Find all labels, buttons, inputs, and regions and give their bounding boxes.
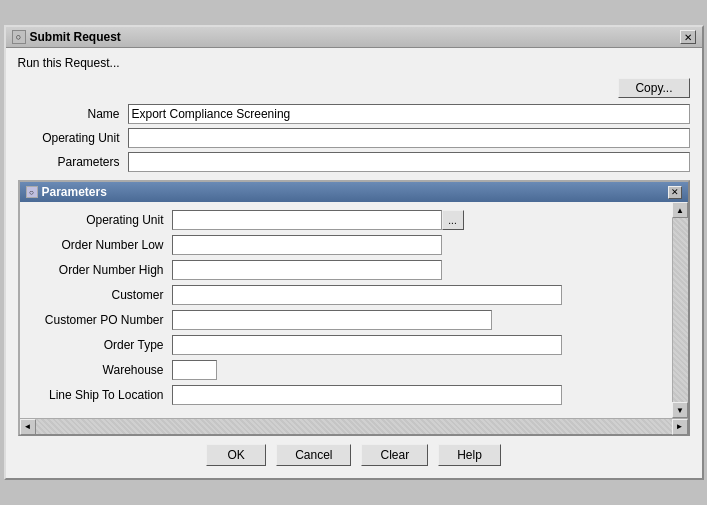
param-label-1: Order Number Low xyxy=(32,238,172,252)
param-input-customer[interactable] xyxy=(172,285,562,305)
submit-request-window: ○ Submit Request ✕ Run this Request... C… xyxy=(4,25,704,480)
operating-unit-label: Operating Unit xyxy=(18,131,128,145)
help-button[interactable]: Help xyxy=(438,444,501,466)
scroll-down-button[interactable]: ▼ xyxy=(672,402,688,418)
scroll-left-button[interactable]: ◄ xyxy=(20,419,36,435)
operating-unit-field: ... xyxy=(172,210,464,230)
param-input-order-high[interactable] xyxy=(172,260,442,280)
run-label: Run this Request... xyxy=(18,56,690,70)
browse-button-operating-unit[interactable]: ... xyxy=(442,210,464,230)
param-label-4: Customer PO Number xyxy=(32,313,172,327)
clear-button[interactable]: Clear xyxy=(361,444,428,466)
param-label-5: Order Type xyxy=(32,338,172,352)
window-icon: ○ xyxy=(12,30,26,44)
bottom-buttons: OK Cancel Clear Help xyxy=(18,436,690,470)
window-title: Submit Request xyxy=(30,30,121,44)
copy-btn-row: Copy... xyxy=(18,78,690,98)
inner-close-button[interactable]: ✕ xyxy=(668,186,682,199)
param-label-0: Operating Unit xyxy=(32,213,172,227)
name-row: Name xyxy=(18,104,690,124)
param-input-customer-po[interactable] xyxy=(172,310,492,330)
scroll-track-v[interactable] xyxy=(673,218,688,402)
title-bar-left: ○ Submit Request xyxy=(12,30,121,44)
scroll-up-button[interactable]: ▲ xyxy=(672,202,688,218)
operating-unit-input[interactable] xyxy=(128,128,690,148)
params-content: Operating Unit ... Order Number Low Orde xyxy=(20,202,672,418)
inner-window-icon: ○ xyxy=(26,186,38,198)
scroll-track-h[interactable] xyxy=(36,419,672,434)
param-row-customer: Customer xyxy=(32,285,660,305)
param-label-6: Warehouse xyxy=(32,363,172,377)
param-row-order-high: Order Number High xyxy=(32,260,660,280)
ok-button[interactable]: OK xyxy=(206,444,266,466)
param-label-3: Customer xyxy=(32,288,172,302)
param-input-order-low[interactable] xyxy=(172,235,442,255)
name-input[interactable] xyxy=(128,104,690,124)
vertical-scrollbar: ▲ ▼ xyxy=(672,202,688,418)
param-row-operating-unit: Operating Unit ... xyxy=(32,210,660,230)
horizontal-scrollbar: ◄ ► xyxy=(20,418,688,434)
param-label-7: Line Ship To Location xyxy=(32,388,172,402)
parameters-label: Parameters xyxy=(18,155,128,169)
parameters-window: ○ Parameters ✕ Operating Unit ... xyxy=(18,180,690,436)
parameters-row: Parameters xyxy=(18,152,690,172)
inner-title-left: ○ Parameters xyxy=(26,185,107,199)
inner-window-title: Parameters xyxy=(42,185,107,199)
copy-button[interactable]: Copy... xyxy=(618,78,689,98)
parameters-input[interactable] xyxy=(128,152,690,172)
inner-title-bar: ○ Parameters ✕ xyxy=(20,182,688,202)
param-row-ship-location: Line Ship To Location xyxy=(32,385,660,405)
operating-unit-row: Operating Unit xyxy=(18,128,690,148)
param-row-order-type: Order Type xyxy=(32,335,660,355)
scroll-right-button[interactable]: ► xyxy=(672,419,688,435)
cancel-button[interactable]: Cancel xyxy=(276,444,351,466)
outer-title-bar: ○ Submit Request ✕ xyxy=(6,27,702,48)
name-label: Name xyxy=(18,107,128,121)
outer-close-button[interactable]: ✕ xyxy=(680,30,696,44)
param-input-warehouse[interactable] xyxy=(172,360,217,380)
param-row-customer-po: Customer PO Number xyxy=(32,310,660,330)
param-label-2: Order Number High xyxy=(32,263,172,277)
param-input-ship-location[interactable] xyxy=(172,385,562,405)
param-row-warehouse: Warehouse xyxy=(32,360,660,380)
param-input-operating-unit[interactable] xyxy=(172,210,442,230)
inner-body: Operating Unit ... Order Number Low Orde xyxy=(20,202,688,418)
param-input-order-type[interactable] xyxy=(172,335,562,355)
param-row-order-low: Order Number Low xyxy=(32,235,660,255)
outer-body: Run this Request... Copy... Name Operati… xyxy=(6,48,702,478)
